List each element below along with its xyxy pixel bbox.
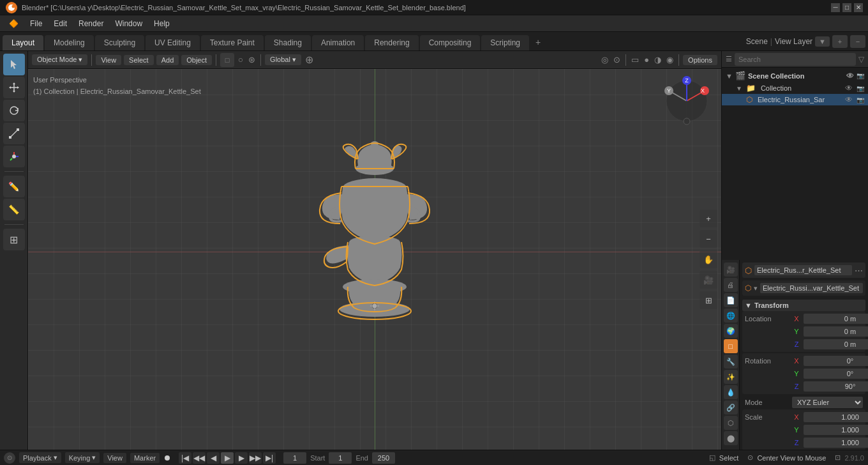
close-button[interactable]: ✕ [854,3,863,12]
coll-render-icon[interactable]: 📷 [857,85,864,92]
object-name-input[interactable] [754,265,852,275]
proportional-edit-button[interactable]: ◎ [600,54,610,66]
end-frame-input[interactable] [372,452,395,464]
go-to-end-button[interactable]: ▶| [263,452,276,464]
maximize-button[interactable]: □ [842,3,851,12]
physics-props-button[interactable]: 💧 [724,385,738,399]
transform-tool-button[interactable] [3,146,25,167]
menu-window[interactable]: Window [110,17,147,30]
playback-menu-button[interactable]: Playback ▾ [19,452,61,463]
constraints-props-button[interactable]: 🔗 [724,400,738,415]
go-to-start-button[interactable]: |◀ [179,452,191,464]
play-button[interactable]: ▶ [221,452,234,464]
next-keyframe-button[interactable]: ▶▶ [249,452,262,464]
scene-coll-visibility-icon[interactable]: 👁 [846,72,854,80]
material-props-button[interactable]: ⬤ [724,431,738,445]
quad-view-button[interactable]: ⊞ [700,291,717,309]
scale-tool-button[interactable] [3,123,25,144]
location-x-input[interactable] [804,314,868,324]
minimize-button[interactable]: ─ [831,3,840,12]
rotation-x-input[interactable] [804,356,868,366]
menu-help[interactable]: Help [149,17,175,30]
tab-uv-editing[interactable]: UV Editing [146,35,200,50]
location-y-input[interactable] [804,326,868,337]
rotation-z-input[interactable] [804,381,868,392]
transform-orient-button[interactable]: Global ▾ [265,54,301,65]
magnet-snap-button[interactable]: ⊕ [304,52,315,67]
annotate-tool-button[interactable]: ✏️ [3,176,25,197]
object-menu-button[interactable]: Object [181,55,212,65]
menu-blender[interactable]: 🔶 [4,17,24,30]
tab-modeling[interactable]: Modeling [45,35,94,50]
world-props-button[interactable]: 🌍 [724,324,738,338]
location-z-input[interactable] [804,339,868,349]
object-mode-button[interactable]: Object Mode ▾ [32,54,87,65]
menu-file[interactable]: File [25,17,47,30]
scene-coll-render-icon[interactable]: 📷 [857,72,864,79]
data-props-button[interactable]: ⬡ [724,416,738,430]
tab-shading[interactable]: Shading [265,35,311,50]
next-frame-button[interactable]: ▶ [235,452,248,464]
shading-material-button[interactable]: ◑ [653,54,662,66]
scale-y-input[interactable] [804,425,868,435]
add-workspace-button[interactable]: + [530,34,546,50]
outliner-scene-collection[interactable]: ▼ 🎬 Scene Collection 👁 📷 [722,69,868,82]
prev-keyframe-button[interactable]: ◀◀ [193,452,206,464]
tab-compositing[interactable]: Compositing [420,35,481,50]
measure-tool-button[interactable]: 📏 [3,199,25,220]
object-props-button[interactable]: □ [724,339,738,353]
tab-scripting[interactable]: Scripting [481,35,529,50]
select-lasso-button[interactable]: ⊛ [247,54,257,66]
particles-props-button[interactable]: ✨ [724,370,738,384]
tab-texture-paint[interactable]: Texture Paint [201,35,264,50]
zoom-in-button[interactable]: + [700,210,717,227]
menu-render[interactable]: Render [73,17,108,30]
transform-section-header[interactable]: ▼ Transform [742,300,865,311]
start-frame-input[interactable] [329,452,352,464]
view-layer-props-button[interactable]: 📄 [724,293,738,307]
view-layer-options-button[interactable]: ▼ [815,36,830,47]
rotation-mode-select[interactable]: XYZ Euler XZY Euler YXZ Euler Quaternion [792,397,863,408]
viewport-gizmo[interactable]: X Y Z [661,75,712,126]
add-cube-button[interactable]: ⊞ [3,229,25,250]
shading-solid-button[interactable]: ● [643,54,650,66]
samovar-object[interactable] [304,137,445,341]
select-circle-button[interactable]: ○ [237,54,244,66]
scene-props-button[interactable]: 🌐 [724,309,738,323]
outliner-search-input[interactable] [735,53,856,66]
shading-render-button[interactable]: ◉ [665,54,675,66]
view-menu-button[interactable]: View [96,55,121,65]
remove-view-layer-button[interactable]: − [850,35,865,48]
camera-view-button[interactable]: 🎥 [700,271,717,289]
navigation-gizmo[interactable]: X Y Z [661,75,712,126]
cursor-tool-button[interactable] [3,54,25,75]
modifiers-props-button[interactable]: 🔧 [724,354,738,369]
keying-menu-button[interactable]: Keying ▾ [65,452,100,463]
outliner-filter-button[interactable]: ▽ [858,55,864,64]
current-frame-input[interactable] [283,452,306,464]
tab-animation[interactable]: Animation [312,35,364,50]
object-name-options-button[interactable]: ⋯ [855,266,863,275]
obj-visibility-icon[interactable]: 👁 [845,95,853,104]
zoom-out-button[interactable]: − [700,230,717,248]
prev-frame-button[interactable]: ◀ [207,452,220,464]
marker-menu-button[interactable]: Marker [130,453,160,463]
coll-visibility-icon[interactable]: 👁 [845,84,853,93]
options-button[interactable]: Options [683,55,717,65]
object-data-expand-button[interactable]: ▾ [754,284,758,293]
timeline-expand-button[interactable]: ⊙ [4,452,15,464]
tab-rendering[interactable]: Rendering [365,35,418,50]
select-box-button[interactable]: □ [220,53,234,67]
tab-sculpting[interactable]: Sculpting [95,35,144,50]
obj-render-icon[interactable]: 📷 [857,96,864,103]
scale-z-input[interactable] [804,438,868,448]
timeline-view-menu-button[interactable]: View [103,453,126,463]
rotate-tool-button[interactable] [3,100,25,121]
shading-wire-button[interactable]: ▭ [630,54,640,66]
menu-edit[interactable]: Edit [49,17,72,30]
outliner-object-item[interactable]: ⬡ Electric_Russian_Sar 👁 📷 [722,94,868,105]
pan-view-button[interactable]: ✋ [700,250,717,268]
select-menu-button[interactable]: Select [124,55,154,65]
object-data-name-input[interactable] [760,283,863,293]
rotation-y-input[interactable] [804,369,868,379]
